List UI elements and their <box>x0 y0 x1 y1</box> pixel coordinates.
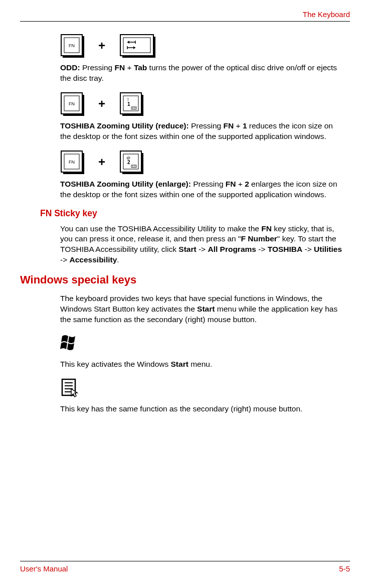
svg-text:1: 1 <box>127 101 130 107</box>
svg-text:FN: FN <box>69 43 75 48</box>
key-combo-fn-1: FN + ! 1 <box>60 92 345 116</box>
zoom-reduce-description: TOSHIBA Zooming Utility (reduce): Pressi… <box>60 121 345 142</box>
two-key-icon: @ 2 <box>119 150 143 174</box>
fn-key-icon: FN <box>60 150 84 174</box>
fn-sticky-description: You can use the TOSHIBA Accessibility Ut… <box>60 224 345 266</box>
svg-text:2: 2 <box>127 160 130 165</box>
plus-icon: + <box>98 39 105 53</box>
application-key-icon <box>60 378 345 400</box>
windows-start-key-desc: This key activates the Windows Start men… <box>60 359 345 370</box>
plus-icon: + <box>98 155 105 169</box>
fn-key-icon: FN <box>60 34 84 58</box>
header-title: The Keyboard <box>303 10 350 19</box>
zoom-enlarge-description: TOSHIBA Zooming Utility (enlarge): Press… <box>60 179 345 200</box>
content-area: FN + ODD: Pressing FN + Tab turns the po… <box>20 34 350 414</box>
page-footer: User's Manual 5-5 <box>20 561 350 573</box>
footer-right: 5-5 <box>339 564 350 573</box>
key-combo-fn-tab: FN + <box>60 34 345 58</box>
windows-keys-heading: Windows special keys <box>20 273 345 286</box>
fn-sticky-heading: FN Sticky key <box>40 208 345 219</box>
odd-description: ODD: Pressing FN + Tab turns the power o… <box>60 63 345 84</box>
page-header: The Keyboard <box>20 10 350 22</box>
windows-logo-icon <box>60 333 345 355</box>
svg-text:FN: FN <box>69 101 75 106</box>
tab-key-icon <box>119 34 156 58</box>
footer-left: User's Manual <box>20 564 68 573</box>
fn-key-icon: FN <box>60 92 84 116</box>
application-key-desc: This key has the same function as the se… <box>60 404 345 414</box>
key-combo-fn-2: FN + @ 2 <box>60 150 345 174</box>
one-key-icon: ! 1 <box>119 92 143 116</box>
svg-text:FN: FN <box>69 160 75 165</box>
plus-icon: + <box>98 97 105 111</box>
windows-keys-intro: The keyboard provides two keys that have… <box>60 293 345 325</box>
